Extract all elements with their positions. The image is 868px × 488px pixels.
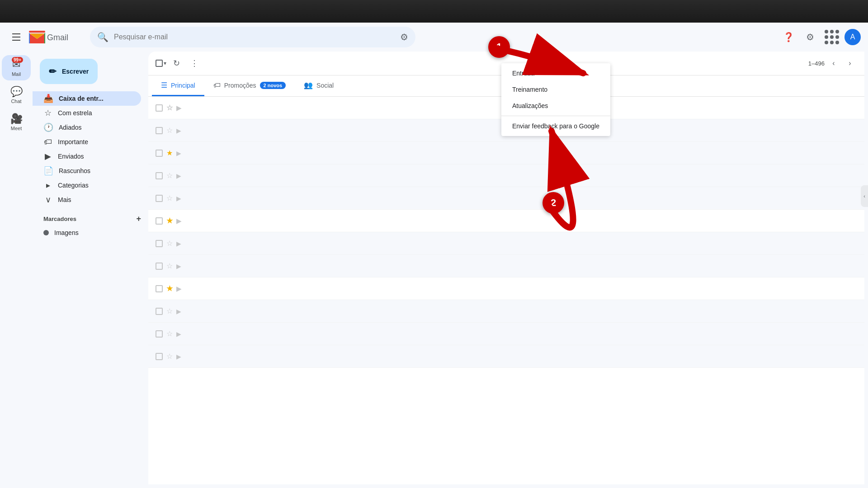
star-icon[interactable]: ☆ [166, 194, 173, 202]
svg-rect-0 [29, 31, 45, 33]
important-marker[interactable]: ▶ [176, 263, 181, 270]
sidebar-item-mail[interactable]: ✉ 99+ Mail [2, 55, 31, 80]
next-page-button[interactable]: › [843, 56, 857, 70]
nav-item-more[interactable]: ∨ Mais [33, 192, 141, 207]
table-row[interactable]: ★ ▶ [148, 277, 864, 300]
email-checkbox[interactable] [156, 150, 163, 157]
header-right: ❓ ⚙ A [779, 28, 861, 46]
star-icon[interactable]: ☆ [166, 329, 173, 338]
sidebar-item-meet[interactable]: 🎥 Meet [2, 109, 31, 135]
apps-button[interactable] [823, 28, 841, 46]
tab-principal[interactable]: ☰ Principal [152, 75, 204, 96]
table-row[interactable]: ☆ ▶ [148, 255, 864, 277]
table-row[interactable]: ★ ▶ [148, 210, 864, 232]
important-marker[interactable]: ▶ [176, 330, 181, 338]
table-row[interactable]: ★ ▶ [148, 142, 864, 164]
search-input[interactable] [114, 33, 395, 41]
important-marker[interactable]: ▶ [176, 127, 181, 134]
star-icon[interactable]: ☆ [166, 171, 173, 180]
star-icon[interactable]: ☆ [166, 126, 173, 135]
more-options-button[interactable]: ⋮ [186, 55, 203, 71]
prev-page-button[interactable]: ‹ [826, 56, 841, 70]
search-icon: 🔍 [97, 32, 108, 42]
help-icon: ❓ [783, 32, 794, 42]
dropdown-item-entrada[interactable]: Entrada [501, 65, 610, 81]
dropdown-entrada-label: Entrada [512, 70, 534, 77]
email-checkbox[interactable] [156, 195, 163, 202]
star-icon[interactable]: ☆ [166, 307, 173, 315]
important-marker[interactable]: ▶ [176, 217, 181, 225]
tab-social[interactable]: 👥 Social [295, 75, 343, 96]
label-images-text: Imagens [54, 229, 79, 236]
nav-item-categories[interactable]: ▸ Categorias [33, 178, 141, 192]
collapse-panel-button[interactable]: ‹ [861, 185, 868, 207]
social-tab-icon: 👥 [304, 81, 313, 89]
filter-icon[interactable]: ⚙ [400, 32, 408, 42]
refresh-button[interactable]: ↻ [168, 55, 184, 71]
important-marker[interactable]: ▶ [176, 195, 181, 202]
label-item-images[interactable]: Imagens [33, 225, 141, 240]
principal-tab-icon: ☰ [161, 81, 167, 89]
email-checkbox[interactable] [156, 263, 163, 270]
dropdown-item-feedback[interactable]: Enviar feedback para o Google [501, 118, 610, 134]
nav-inbox-label: Caixa de entr... [59, 95, 104, 102]
select-all-checkbox[interactable] [156, 60, 163, 67]
important-marker[interactable]: ▶ [176, 172, 181, 179]
dropdown-item-treinamento[interactable]: Treinamento [501, 81, 610, 98]
chat-icon: 💬 [10, 86, 23, 98]
hamburger-button[interactable] [7, 28, 25, 46]
important-marker[interactable]: ▶ [176, 150, 181, 157]
nav-item-snoozed[interactable]: 🕐 Adiados [33, 120, 141, 135]
select-dropdown-arrow[interactable]: ▾ [164, 60, 166, 66]
nav-important-label: Importante [58, 138, 88, 145]
email-checkbox[interactable] [156, 308, 163, 315]
select-all-area: ▾ [156, 60, 166, 67]
dropdown-divider [501, 116, 610, 116]
avatar[interactable]: A [844, 29, 861, 45]
email-checkbox[interactable] [156, 127, 163, 134]
star-icon[interactable]: ★ [166, 284, 173, 293]
labels-title: Marcadores [43, 216, 76, 222]
dropdown-feedback-label: Enviar feedback para o Google [512, 122, 599, 130]
star-icon[interactable]: ☆ [166, 103, 173, 112]
star-icon[interactable]: ★ [166, 149, 173, 157]
email-checkbox[interactable] [156, 217, 163, 225]
email-checkbox[interactable] [156, 330, 163, 338]
important-marker[interactable]: ▶ [176, 308, 181, 315]
star-icon[interactable]: ★ [166, 216, 173, 225]
tab-promocoes[interactable]: 🏷 Promoções 2 novos [204, 75, 295, 96]
star-icon[interactable]: ☆ [166, 239, 173, 248]
nav-item-drafts[interactable]: 📄 Rascunhos [33, 164, 141, 178]
pagination: 1–496 ‹ › [808, 56, 857, 70]
email-checkbox[interactable] [156, 285, 163, 292]
compose-button[interactable]: ✏ Escrever [40, 59, 98, 84]
nav-snoozed-label: Adiados [59, 124, 82, 131]
table-row[interactable]: ☆ ▶ [148, 164, 864, 187]
promocoes-tab-icon: 🏷 [213, 81, 221, 89]
table-row[interactable]: ☆ ▶ [148, 232, 864, 255]
nav-item-starred[interactable]: ☆ Com estrela [33, 106, 141, 120]
star-icon[interactable]: ☆ [166, 352, 173, 361]
settings-button[interactable]: ⚙ [801, 28, 819, 46]
star-icon[interactable]: ☆ [166, 262, 173, 270]
email-checkbox[interactable] [156, 172, 163, 179]
table-row[interactable]: ☆ ▶ [148, 300, 864, 323]
nav-item-important[interactable]: 🏷 Importante [33, 135, 141, 149]
important-marker[interactable]: ▶ [176, 104, 181, 112]
nav-item-inbox[interactable]: 📥 Caixa de entr... [33, 91, 141, 106]
email-checkbox[interactable] [156, 240, 163, 247]
sidebar-item-chat[interactable]: 💬 Chat [2, 82, 31, 108]
add-label-button[interactable]: + [136, 214, 141, 224]
email-checkbox[interactable] [156, 353, 163, 360]
table-row[interactable]: ☆ ▶ [148, 187, 864, 210]
important-marker[interactable]: ▶ [176, 240, 181, 247]
dropdown-item-atualizacoes[interactable]: Atualizações [501, 98, 610, 114]
table-row[interactable]: ☆ ▶ [148, 323, 864, 345]
table-row[interactable]: ☆ ▶ [148, 345, 864, 368]
nav-item-sent[interactable]: ▶ Enviados [33, 149, 141, 164]
email-checkbox[interactable] [156, 104, 163, 112]
important-marker[interactable]: ▶ [176, 285, 181, 292]
important-marker[interactable]: ▶ [176, 353, 181, 360]
gmail-m-icon [29, 31, 45, 43]
help-button[interactable]: ❓ [779, 28, 797, 46]
